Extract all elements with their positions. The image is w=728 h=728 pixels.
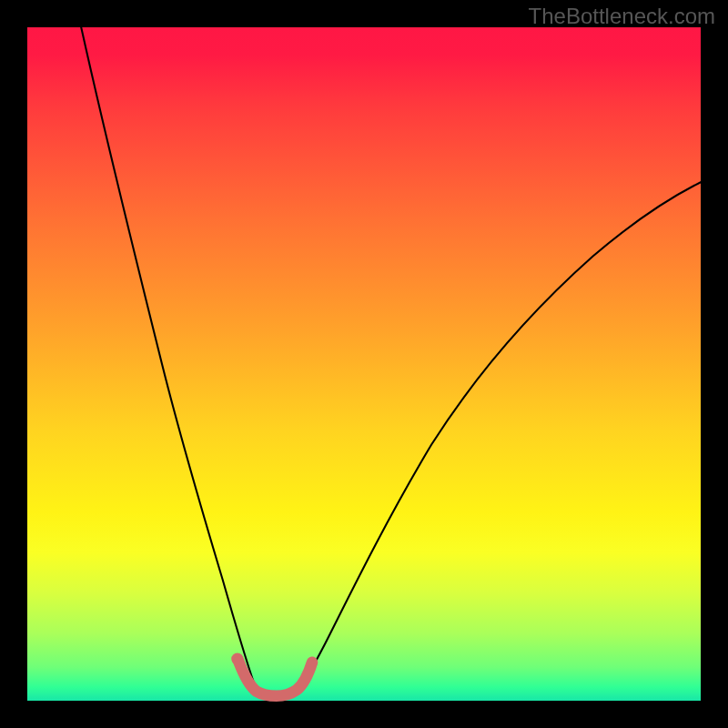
accent-valley	[238, 662, 312, 696]
chart-svg	[27, 27, 701, 701]
watermark-text: TheBottleneck.com	[529, 4, 715, 29]
left-curve	[81, 27, 256, 691]
chart-frame: TheBottleneck.com	[0, 0, 728, 728]
right-curve	[297, 182, 701, 691]
